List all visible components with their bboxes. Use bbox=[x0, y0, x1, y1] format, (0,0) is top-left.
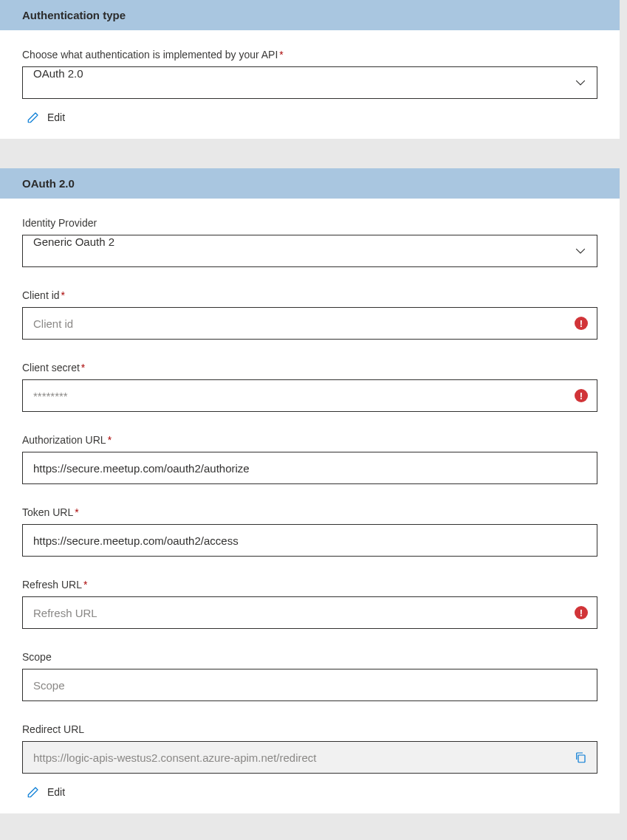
chevron-down-icon bbox=[564, 246, 597, 256]
auth-type-choose-label: Choose what authentication is implemente… bbox=[22, 49, 597, 61]
chevron-down-icon bbox=[564, 78, 597, 88]
pencil-icon bbox=[27, 785, 40, 799]
svg-rect-0 bbox=[578, 755, 585, 762]
identity-provider-select[interactable]: Generic Oauth 2 bbox=[22, 235, 597, 267]
redirect-url-input-wrap bbox=[22, 741, 597, 774]
token-url-input[interactable] bbox=[23, 525, 597, 556]
refresh-url-input-wrap bbox=[22, 596, 597, 629]
oauth-header: OAuth 2.0 bbox=[0, 168, 620, 199]
auth-type-selected-value: OAuth 2.0 bbox=[23, 67, 564, 98]
edit-label: Edit bbox=[47, 111, 65, 123]
redirect-url-input[interactable] bbox=[23, 742, 564, 773]
scope-input[interactable] bbox=[23, 669, 597, 700]
client-id-label: Client id* bbox=[22, 289, 597, 301]
error-icon bbox=[575, 389, 588, 402]
client-secret-label: Client secret* bbox=[22, 362, 597, 373]
error-icon bbox=[575, 317, 588, 330]
pencil-icon bbox=[27, 111, 40, 124]
refresh-url-label: Refresh URL* bbox=[22, 579, 597, 591]
scope-input-wrap bbox=[22, 669, 597, 701]
auth-url-input-wrap bbox=[22, 452, 597, 484]
auth-url-label: Authorization URL* bbox=[22, 434, 597, 446]
error-icon bbox=[575, 606, 588, 619]
oauth-panel: OAuth 2.0 Identity Provider Generic Oaut… bbox=[0, 168, 627, 813]
token-url-input-wrap bbox=[22, 524, 597, 557]
client-secret-input[interactable] bbox=[23, 380, 575, 411]
token-url-label: Token URL* bbox=[22, 506, 597, 518]
scope-label: Scope bbox=[22, 651, 597, 663]
client-secret-input-wrap bbox=[22, 379, 597, 412]
auth-type-select[interactable]: OAuth 2.0 bbox=[22, 66, 597, 99]
auth-url-input[interactable] bbox=[23, 452, 597, 483]
client-id-input[interactable] bbox=[23, 308, 575, 339]
copy-icon[interactable] bbox=[564, 751, 597, 764]
auth-type-header: Authentication type bbox=[0, 0, 620, 30]
identity-provider-value: Generic Oauth 2 bbox=[23, 235, 564, 266]
oauth-edit-button[interactable]: Edit bbox=[22, 785, 597, 799]
auth-type-panel: Authentication type Choose what authenti… bbox=[0, 0, 627, 139]
edit-label: Edit bbox=[47, 786, 65, 798]
refresh-url-input[interactable] bbox=[23, 597, 575, 628]
redirect-url-label: Redirect URL bbox=[22, 723, 597, 735]
identity-provider-label: Identity Provider bbox=[22, 217, 597, 229]
client-id-input-wrap bbox=[22, 307, 597, 340]
auth-type-edit-button[interactable]: Edit bbox=[22, 111, 597, 124]
